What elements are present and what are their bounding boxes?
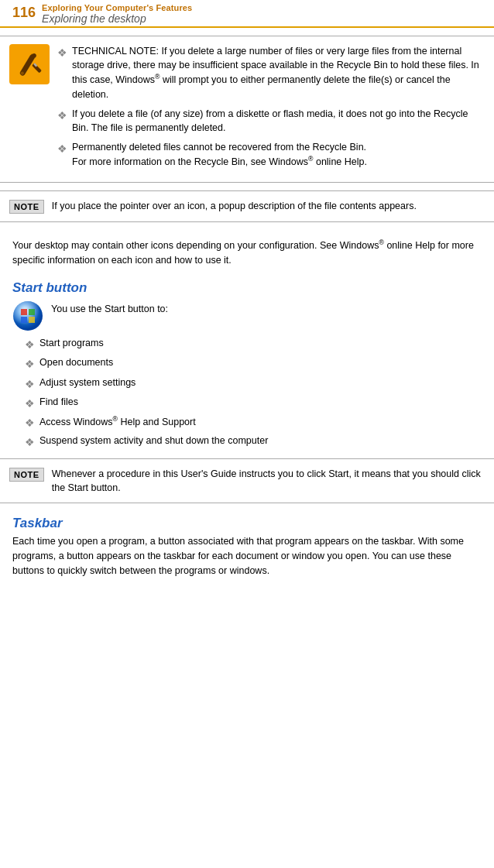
start-bullet-1: ❖ Start programs bbox=[25, 336, 482, 352]
tech-bullet-1: ❖ TECHNICAL NOTE: If you delete a large … bbox=[57, 44, 485, 101]
start-bullet-6-text: Suspend system activity and shut down th… bbox=[39, 434, 482, 450]
start-bullet-4-text: Find files bbox=[39, 395, 482, 411]
start-button-heading: Start button bbox=[0, 276, 494, 299]
start-bullet-1-text: Start programs bbox=[39, 336, 482, 352]
header-text: Exploring Your Computer's Features Explo… bbox=[42, 3, 482, 25]
bullet-diamond-icon: ❖ bbox=[25, 376, 35, 392]
svg-point-5 bbox=[13, 301, 43, 331]
tech-bullet-3: ❖ Permanently deleted files cannot be re… bbox=[57, 140, 485, 169]
page-header: 116 Exploring Your Computer's Features E… bbox=[0, 0, 494, 28]
start-bullet-6: ❖ Suspend system activity and shut down … bbox=[25, 434, 482, 450]
taskbar-section: Each time you open a program, a button a… bbox=[0, 534, 494, 585]
bullet-diamond-icon: ❖ bbox=[25, 337, 35, 352]
note-label-2: NOTE bbox=[9, 468, 44, 482]
start-bullet-3: ❖ Adjust system settings bbox=[25, 376, 482, 392]
bullet-diamond-icon: ❖ bbox=[25, 434, 35, 450]
taskbar-text: Each time you open a program, a button a… bbox=[12, 534, 482, 585]
start-use-text: You use the Start button to: bbox=[51, 299, 168, 317]
note-text-2: Whenever a procedure in this User's Guid… bbox=[52, 467, 485, 495]
tech-bullet-3-text: Permanently deleted files cannot be reco… bbox=[72, 140, 485, 169]
desktop-text: Your desktop may contain other icons dep… bbox=[12, 240, 474, 266]
header-subtitle: Exploring the desktop bbox=[42, 12, 482, 25]
desktop-description: Your desktop may contain other icons dep… bbox=[0, 230, 494, 276]
tech-bullet-2-text: If you delete a file (of any size) from … bbox=[72, 107, 485, 135]
start-bullet-4: ❖ Find files bbox=[25, 395, 482, 411]
start-bullet-2: ❖ Open documents bbox=[25, 355, 482, 372]
bullet-diamond-icon: ❖ bbox=[25, 356, 35, 372]
windows-start-icon bbox=[12, 300, 43, 331]
bullet-diamond-icon: ❖ bbox=[57, 141, 67, 169]
note-label-1: NOTE bbox=[9, 200, 44, 214]
start-bullet-5: ❖ Access Windows® Help and Support bbox=[25, 414, 482, 431]
svg-point-1 bbox=[21, 72, 24, 75]
start-bullet-3-text: Adjust system settings bbox=[39, 376, 482, 392]
bullet-diamond-icon: ❖ bbox=[25, 396, 35, 411]
tech-bullet-2: ❖ If you delete a file (of any size) fro… bbox=[57, 107, 485, 135]
start-intro-row: You use the Start button to: bbox=[12, 299, 482, 331]
header-title: Exploring Your Computer's Features bbox=[42, 3, 482, 12]
start-bullet-2-text: Open documents bbox=[39, 355, 482, 372]
bullet-diamond-icon: ❖ bbox=[25, 415, 35, 431]
technical-note-box: ❖ TECHNICAL NOTE: If you delete a large … bbox=[0, 36, 494, 183]
tech-note-content: ❖ TECHNICAL NOTE: If you delete a large … bbox=[57, 44, 485, 174]
start-bullets-list: ❖ Start programs ❖ Open documents ❖ Adju… bbox=[12, 336, 482, 451]
bullet-diamond-icon: ❖ bbox=[57, 45, 67, 101]
page-number: 116 bbox=[12, 5, 36, 21]
taskbar-heading: Taskbar bbox=[0, 511, 494, 534]
start-bullet-5-text: Access Windows® Help and Support bbox=[39, 414, 482, 431]
bullet-diamond-icon: ❖ bbox=[57, 108, 67, 135]
note-text-1: If you place the pointer over an icon, a… bbox=[52, 199, 417, 213]
note-box-1: NOTE If you place the pointer over an ic… bbox=[0, 190, 494, 222]
note-box-2: NOTE Whenever a procedure in this User's… bbox=[0, 458, 494, 503]
start-button-section: You use the Start button to: ❖ Start pro… bbox=[0, 299, 494, 451]
tools-icon bbox=[9, 44, 50, 84]
tech-bullet-1-text: TECHNICAL NOTE: If you delete a large nu… bbox=[72, 44, 485, 101]
